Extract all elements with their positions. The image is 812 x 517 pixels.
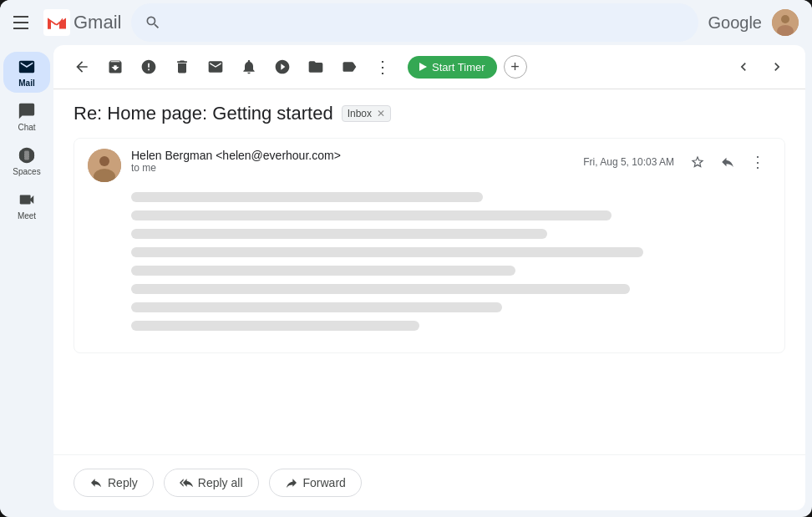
email-message: Helen Bergman <helen@everhour.com> to me… — [74, 138, 785, 353]
sender-avatar-inner — [88, 149, 121, 182]
prev-email-button[interactable] — [728, 52, 759, 82]
skeleton-line-6 — [131, 284, 630, 294]
sidebar: Mail Chat — [0, 45, 53, 517]
message-body — [74, 192, 784, 352]
email-subject: Re: Home page: Getting started — [74, 103, 333, 124]
label-button[interactable] — [334, 52, 364, 82]
add-to-tasks-button[interactable] — [267, 52, 297, 82]
svg-rect-8 — [24, 151, 29, 160]
gmail-logo: Gmail — [43, 9, 121, 36]
skeleton-line-5 — [131, 266, 515, 276]
gmail-window: Gmail Google — [0, 0, 812, 517]
reply-label: Reply — [108, 476, 138, 489]
user-avatar-icon — [772, 9, 799, 36]
sidebar-mail-label: Mail — [18, 79, 34, 88]
forward-label: Forward — [303, 476, 346, 489]
sidebar-item-mail[interactable]: Mail — [3, 52, 50, 93]
archive-button[interactable] — [100, 52, 130, 82]
reply-icon — [89, 476, 103, 489]
back-button[interactable] — [67, 52, 97, 82]
search-icon — [145, 14, 161, 31]
nav-arrows — [728, 52, 792, 82]
sidebar-meet-label: Meet — [18, 211, 36, 220]
email-toolbar: ⋮ Start Timer + — [53, 45, 805, 89]
menu-icon[interactable] — [13, 13, 33, 33]
svg-point-3 — [781, 15, 789, 23]
email-content: Re: Home page: Getting started Inbox ✕ — [53, 89, 805, 454]
message-date: Fri, Aug 5, 10:03 AM — [583, 156, 674, 168]
start-timer-label: Start Timer — [432, 61, 485, 73]
add-button[interactable]: + — [504, 55, 527, 79]
message-meta: Fri, Aug 5, 10:03 AM ⋮ — [583, 149, 771, 175]
delete-button[interactable] — [167, 52, 197, 82]
mark-as-read-button[interactable] — [200, 52, 231, 82]
sidebar-item-spaces[interactable]: Spaces — [3, 140, 50, 181]
sidebar-item-chat[interactable]: Chat — [3, 96, 50, 137]
spaces-icon — [17, 145, 37, 165]
search-bar[interactable] — [131, 3, 698, 42]
forward-icon — [285, 476, 298, 489]
gmail-m-icon — [43, 9, 70, 36]
sender-info: Helen Bergman <helen@everhour.com> to me — [131, 149, 573, 174]
email-subject-row: Re: Home page: Getting started Inbox ✕ — [74, 103, 785, 124]
snooze-button[interactable] — [234, 52, 264, 82]
sender-to: to me — [131, 162, 573, 174]
google-label: Google — [708, 13, 763, 33]
svg-rect-0 — [43, 9, 70, 36]
more-message-button[interactable]: ⋮ — [744, 149, 771, 175]
skeleton-line-7 — [131, 302, 502, 312]
more-options-button[interactable]: ⋮ — [368, 52, 398, 82]
topbar: Gmail Google — [0, 0, 812, 45]
gmail-label: Gmail — [74, 12, 121, 33]
next-email-button[interactable] — [762, 52, 792, 82]
email-panel: ⋮ Start Timer + — [53, 45, 805, 510]
sidebar-chat-label: Chat — [18, 123, 35, 132]
start-timer-button[interactable]: Start Timer — [408, 56, 497, 79]
badge-close-button[interactable]: ✕ — [377, 108, 385, 119]
message-header: Helen Bergman <helen@everhour.com> to me… — [74, 139, 784, 192]
mail-icon — [17, 57, 37, 77]
reply-all-icon — [180, 476, 193, 489]
forward-button[interactable]: Forward — [269, 469, 362, 497]
skeleton-line-8 — [131, 321, 419, 331]
skeleton-line-2 — [131, 210, 612, 220]
main-area: Mail Chat — [0, 45, 812, 517]
skeleton-line-1 — [131, 192, 483, 202]
sender-name: Helen Bergman <helen@everhour.com> — [131, 149, 573, 162]
inbox-badge: Inbox ✕ — [342, 105, 391, 122]
skeleton-line-3 — [131, 229, 547, 239]
report-button[interactable] — [134, 52, 164, 82]
reply-all-label: Reply all — [198, 476, 243, 489]
move-to-button[interactable] — [301, 52, 331, 82]
inbox-label: Inbox — [348, 108, 372, 119]
skeleton-line-4 — [131, 247, 643, 257]
chat-icon — [17, 101, 37, 121]
topbar-right: Google — [708, 9, 799, 36]
reply-header-button[interactable] — [714, 149, 741, 175]
reply-area: Reply Reply all Forward — [53, 454, 805, 510]
svg-rect-7 — [30, 151, 34, 160]
sidebar-item-meet[interactable]: Meet — [3, 185, 50, 226]
message-actions: ⋮ — [684, 149, 771, 175]
play-icon — [419, 63, 427, 71]
sidebar-spaces-label: Spaces — [13, 167, 40, 176]
reply-button[interactable]: Reply — [74, 469, 154, 497]
search-input[interactable] — [171, 15, 684, 30]
avatar[interactable] — [772, 9, 799, 36]
add-icon: + — [510, 58, 520, 76]
svg-rect-6 — [20, 151, 24, 160]
star-button[interactable] — [684, 149, 711, 175]
svg-point-10 — [99, 156, 109, 166]
sender-avatar — [88, 149, 121, 182]
reply-all-button[interactable]: Reply all — [164, 469, 259, 497]
meet-icon — [17, 190, 37, 210]
